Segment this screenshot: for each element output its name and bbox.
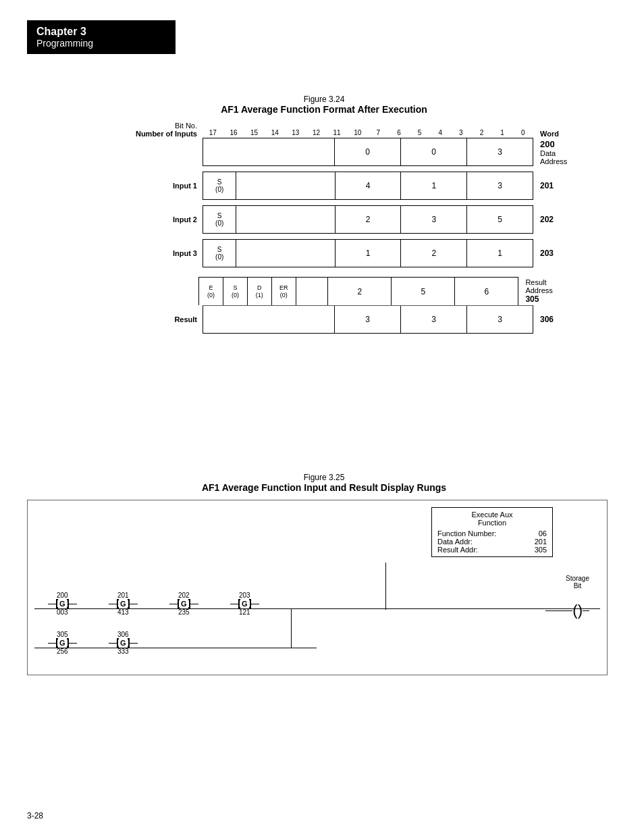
contact-letter-g2: G — [119, 600, 128, 608]
row-right-306: 306 — [540, 305, 554, 334]
row-right-200: 200 Data Address — [540, 138, 567, 166]
word-305: 305 — [525, 294, 574, 304]
sub-333: 333 — [117, 648, 129, 655]
fig325-num: Figure 3.25 — [27, 473, 621, 482]
rail-to-coil — [385, 608, 553, 609]
bit-14: 14 — [265, 129, 286, 136]
fig324-title: AF1 Average Function Format After Execut… — [27, 104, 621, 115]
cell-empty-8 — [203, 138, 335, 165]
execute-title: Execute AuxFunction — [437, 511, 547, 527]
cell-s0-input2: S(0) — [203, 206, 236, 233]
row-label-input2: Input 2 — [74, 205, 203, 234]
exec-row-da: Data Addr: 201 — [437, 538, 547, 546]
coil-close-paren: ) — [578, 603, 583, 618]
row-label-result — [74, 277, 198, 305]
cell-empty-6a — [236, 172, 335, 199]
sub-413: 413 — [117, 608, 129, 616]
contact-symbol-202: G — [169, 599, 198, 608]
contact-symbol-201: G — [109, 599, 138, 608]
da-value: 201 — [535, 538, 547, 546]
row-right-203: 203 — [540, 239, 554, 267]
cell-val-3a: 3 — [467, 138, 533, 165]
row-input2: Input 2 S(0) 2 3 5 202 — [74, 205, 574, 234]
contact-letter-g4: G — [240, 600, 249, 608]
cell-val-0b: 0 — [401, 138, 467, 165]
fig324-num: Figure 3.24 — [27, 95, 621, 104]
cell-val-1c: 1 — [467, 240, 533, 267]
addr-200: 200 — [57, 592, 68, 599]
bit-no-label: Bit No. — [74, 122, 197, 130]
contact-symbol-306: G — [109, 638, 138, 648]
cell-empty-6b — [236, 206, 335, 233]
addr-202: 202 — [178, 592, 190, 599]
cell-empty-8b — [203, 306, 335, 333]
cell-er0: ER(0) — [272, 278, 296, 305]
cell-val-2c: 2 — [328, 278, 392, 305]
addr-201: 201 — [117, 592, 129, 599]
row-cells-numinputs: 0 0 3 — [203, 138, 533, 166]
coil-symbol: ( ) — [545, 603, 589, 618]
cell-val-3e: 3 — [401, 306, 467, 333]
cell-val-4: 4 — [336, 172, 402, 199]
contact-letter-g5: G — [58, 639, 67, 647]
row-result-top: E(0) S(0) D(1) ER(0) 2 5 6 Result Addres… — [74, 277, 574, 305]
row-right-202: 202 — [540, 205, 554, 234]
fn-label: Function Number: — [437, 529, 496, 538]
bit-16: 16 — [223, 129, 244, 136]
figure-325: Figure 3.25 AF1 Average Function Input a… — [27, 473, 621, 675]
cell-s0-input1: S(0) — [203, 172, 236, 199]
ra-value: 305 — [535, 546, 547, 554]
execute-box: Execute AuxFunction Function Number: 06 … — [431, 507, 553, 557]
row-cells-input3: S(0) 1 2 1 — [203, 239, 533, 267]
row-label-result2: Result — [74, 305, 203, 334]
chapter-subtitle: Programming — [36, 38, 166, 49]
sub-235: 235 — [178, 608, 190, 616]
addr-306: 306 — [117, 631, 129, 638]
cell-val-3d: 3 — [335, 306, 401, 333]
cell-s0-result: S(0) — [223, 278, 248, 305]
addr-203: 203 — [239, 592, 250, 599]
cell-val-3b: 3 — [467, 172, 533, 199]
cell-val-0a: 0 — [335, 138, 401, 165]
cell-val-3c: 3 — [401, 206, 467, 233]
word-200: 200 — [540, 139, 567, 149]
bit-4: 4 — [430, 129, 451, 136]
contact-203: 203 G 121 — [230, 592, 259, 616]
cell-empty-2a — [296, 278, 329, 305]
contact-symbol-305: G — [48, 638, 77, 648]
row-result-bot: Result 3 3 3 306 — [74, 305, 574, 334]
bit-label: Bit — [566, 582, 589, 590]
chapter-header: Chapter 3 Programming — [27, 20, 176, 54]
row-label-numinputs — [74, 138, 203, 166]
row-cells-result-top: E(0) S(0) D(1) ER(0) 2 5 6 — [198, 277, 518, 305]
bit-6: 6 — [389, 129, 410, 136]
exec-row-fn: Function Number: 06 — [437, 529, 547, 538]
cell-d1: D(1) — [248, 278, 272, 305]
contact-letter-g6: G — [119, 639, 128, 647]
fn-value: 06 — [539, 529, 547, 538]
bit-13: 13 — [286, 129, 306, 136]
cell-val-1a: 1 — [401, 172, 467, 199]
cell-e0: E(0) — [199, 278, 223, 305]
cell-val-6: 6 — [455, 278, 518, 305]
cell-s0-input3: S(0) — [203, 240, 236, 267]
rail-bottom — [34, 648, 317, 648]
cell-empty-6c — [236, 240, 335, 267]
page-number: 3-28 — [27, 811, 43, 820]
bit-3: 3 — [451, 129, 472, 136]
row-cells-result-bot: 3 3 3 — [203, 305, 533, 334]
fig325-caption: Figure 3.25 AF1 Average Function Input a… — [27, 473, 621, 493]
contact-305: 305 G 256 — [48, 631, 77, 655]
cell-val-1b: 1 — [336, 240, 402, 267]
word-label: Word — [540, 130, 559, 138]
contact-symbol-203: G — [230, 599, 259, 608]
exec-row-ra: Result Addr: 305 — [437, 546, 547, 554]
addr-305: 305 — [57, 631, 68, 638]
da-label: Data Addr: — [437, 538, 473, 546]
storage-bit-label: Storage Bit — [566, 575, 589, 590]
row-right-201: 201 — [540, 172, 554, 200]
chapter-number: Chapter 3 — [36, 26, 166, 38]
data-address-label: Data — [540, 149, 567, 157]
bit-1: 1 — [492, 129, 513, 136]
figure-324: Figure 3.24 AF1 Average Function Format … — [27, 95, 621, 334]
